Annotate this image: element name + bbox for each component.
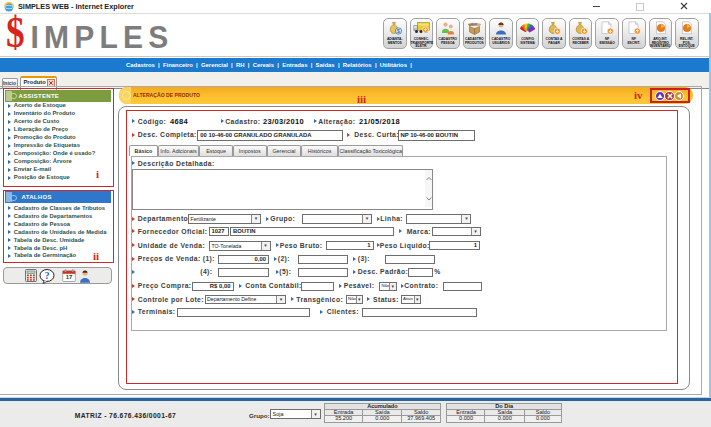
svg-text:17: 17 [66, 274, 73, 280]
svg-text:?: ? [45, 270, 50, 280]
